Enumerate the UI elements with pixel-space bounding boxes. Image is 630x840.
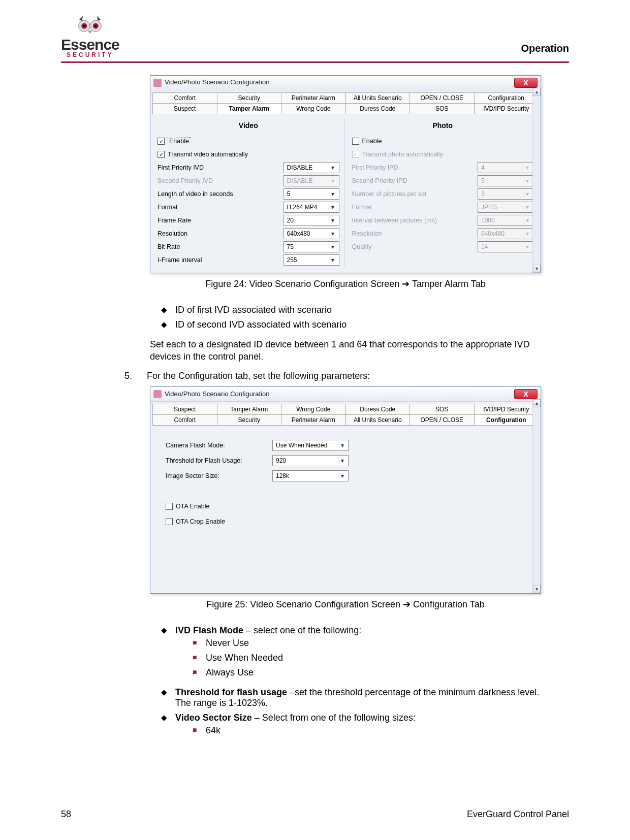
dropdown: 4▾ [478,162,533,173]
tab-ivd-ipd-security[interactable]: IVD/IPD Security [475,404,539,414]
page-footer: 58 EverGuard Control Panel [61,809,569,820]
dropdown: 3▾ [478,188,533,200]
field-label: Interval between pictures (ms) [352,217,478,224]
dropdown[interactable]: H.264 MP4▾ [284,202,339,213]
chevron-down-icon: ▾ [329,243,337,250]
tab-open-close[interactable]: OPEN / CLOSE [410,415,475,425]
scroll-up-button[interactable]: ▲ [533,399,541,407]
tab-sos[interactable]: SOS [410,404,475,414]
field-label: First Priority IVD [158,164,284,171]
tab-wrong-code[interactable]: Wrong Code [281,104,346,114]
tab-comfort[interactable]: Comfort [153,415,217,425]
list-item: Always Use [193,665,541,680]
tab-sos[interactable]: SOS [410,104,475,114]
tab-suspect[interactable]: Suspect [153,104,217,114]
tab-all-units-scenario[interactable]: All Units Scenario [346,415,411,425]
tab-duress-code[interactable]: Duress Code [346,104,411,114]
scrollbar[interactable]: ▲▼ [532,399,541,593]
dropdown[interactable]: 5▾ [284,188,339,200]
checkbox-label: OTA Crop Enable [176,518,225,525]
section-title: Operation [521,43,569,58]
dialog-title: Video/Photo Scenario Configuration [153,78,269,87]
svg-point-4 [83,25,85,27]
chevron-down-icon: ▾ [329,164,337,171]
field-label: Length of video in seconds [158,190,284,198]
checkbox[interactable] [352,138,359,145]
tab-configuration[interactable]: Configuration [475,415,539,425]
dropdown: JPEG▾ [478,202,533,213]
scroll-up-button[interactable]: ▲ [533,88,541,96]
tab-security[interactable]: Security [217,415,282,425]
chevron-down-icon: ▾ [329,204,337,211]
dropdown[interactable]: 75▾ [284,241,339,252]
tab-perimeter-alarm[interactable]: Perimeter Alarm [281,93,346,103]
app-icon [153,390,162,398]
tab-duress-code[interactable]: Duress Code [346,404,411,414]
tab-wrong-code[interactable]: Wrong Code [281,404,346,414]
tab-tamper-alarm[interactable]: Tamper Alarm [217,104,282,114]
numbered-step: 5. For the Configuration tab, set the fo… [124,371,541,381]
dropdown: 14▾ [478,241,533,252]
tab-tamper-alarm[interactable]: Tamper Alarm [217,404,282,414]
field-label: Resolution [352,230,478,237]
dropdown[interactable]: DISABLE▾ [284,162,339,173]
svg-point-5 [94,25,97,27]
scroll-down-button[interactable]: ▼ [533,585,541,593]
chevron-down-icon: ▾ [523,177,531,184]
tab-comfort[interactable]: Comfort [153,93,217,103]
dropdown[interactable]: 255▾ [284,254,339,266]
dropdown[interactable]: 20▾ [284,215,339,226]
dropdown[interactable]: 128k▾ [272,470,349,481]
enable-label: Enable [362,138,382,145]
checkbox[interactable] [158,138,165,145]
dropdown[interactable]: 920▾ [272,455,349,466]
dropdown: 1000▾ [478,215,533,226]
page-number: 58 [61,809,71,820]
chevron-down-icon: ▾ [329,190,337,198]
scrollbar[interactable]: ▲▼ [532,88,541,273]
owl-icon [72,15,108,38]
list-item: Never Use [193,636,541,651]
tab-suspect[interactable]: Suspect [153,404,217,414]
chevron-down-icon: ▾ [329,256,337,264]
tab-security[interactable]: Security [217,93,282,103]
tab-perimeter-alarm[interactable]: Perimeter Alarm [281,415,346,425]
field-label: Second Priority IPD [352,177,478,184]
list-item: IVD Flash Mode – select one of the follo… [161,623,541,685]
dialog-tamper-alarm: Video/Photo Scenario Configuration X Com… [150,75,541,273]
brand-subtitle: SECURITY [67,51,114,58]
checkbox[interactable] [158,151,165,158]
field-label: Format [352,204,478,211]
bullet-list: IVD Flash Mode – select one of the follo… [161,623,541,743]
field-label: Second Priority IVD [158,177,284,184]
field-label: Resolution [158,230,284,237]
close-button[interactable]: X [514,389,538,399]
enable-label: Enable [168,137,191,145]
chevron-down-icon: ▾ [523,164,531,171]
checkbox[interactable] [166,503,173,510]
chevron-down-icon: ▾ [329,177,337,184]
scroll-down-button[interactable]: ▼ [533,265,541,273]
checkbox [352,151,359,158]
field-label: Frame Rate [158,217,284,224]
tab-ivd-ipd-security[interactable]: IVD/IPD Security [475,104,539,114]
list-item: ID of second IVD associated with scenari… [161,317,541,332]
dropdown[interactable]: 640x480▾ [284,228,339,239]
brand-name: Essence [61,38,119,51]
tab-open-close[interactable]: OPEN / CLOSE [410,93,475,103]
field-label: I-Frame interval [158,256,284,264]
dropdown[interactable]: Use When Needed▾ [272,440,349,451]
field-label: Bit Rate [158,243,284,250]
figure-caption: Figure 24: Video Scenario Configuration … [150,278,541,289]
chevron-down-icon: ▾ [329,230,337,237]
bullet-list: ID of first IVD associated with scenario… [161,303,541,332]
close-button[interactable]: X [514,78,538,88]
tab-configuration[interactable]: Configuration [475,93,539,103]
field-label: Number of pictures per set [352,190,478,198]
field-label: Camera Flash Mode: [166,442,272,449]
checkbox[interactable] [166,518,173,525]
chevron-down-icon: ▾ [338,472,346,479]
column-heading: Photo [352,121,534,130]
tab-all-units-scenario[interactable]: All Units Scenario [346,93,411,103]
figure-caption: Figure 25: Video Scenario Configuration … [150,599,541,610]
